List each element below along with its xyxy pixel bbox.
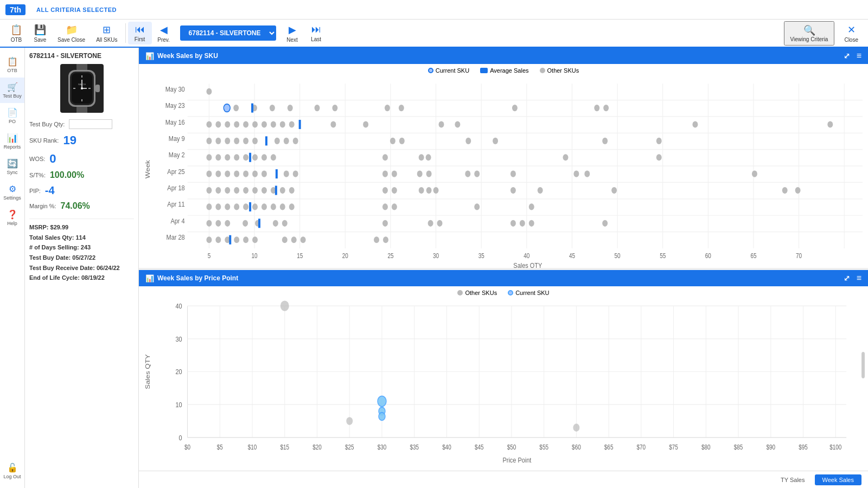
svg-text:Apr 25: Apr 25 — [167, 168, 184, 176]
chart-header-right-2: ⤢ ≡ — [844, 273, 861, 283]
svg-rect-101 — [265, 136, 267, 145]
otb-nav-icon: 📋 — [7, 56, 18, 67]
svg-point-127 — [225, 171, 230, 177]
nav-item-logout[interactable]: 🔓 Log Out — [0, 458, 24, 484]
svg-text:$0: $0 — [184, 444, 190, 451]
svg-point-160 — [433, 187, 439, 194]
save-button[interactable]: 💾 Save — [28, 22, 52, 45]
svg-text:40: 40 — [524, 252, 529, 259]
svg-text:$25: $25 — [345, 444, 354, 451]
svg-point-97 — [225, 138, 230, 144]
svg-point-108 — [493, 138, 498, 144]
nav-item-po[interactable]: 📄 PO — [0, 103, 24, 129]
svg-text:May 9: May 9 — [169, 134, 185, 143]
svg-point-207 — [383, 236, 388, 243]
svg-rect-70 — [251, 104, 253, 113]
svg-text:$55: $55 — [539, 444, 548, 451]
expand-icon-2[interactable]: ⤢ — [844, 274, 850, 282]
svg-text:WATCH: WATCH — [78, 83, 85, 86]
st-value: 100.00% — [50, 170, 84, 180]
chart-header-left-2: 📊 Week Sales by Price Point — [145, 274, 238, 282]
svg-text:30: 30 — [433, 252, 439, 259]
week-sales-sku-title: Week Sales by SKU — [157, 52, 218, 60]
svg-point-95 — [206, 138, 212, 144]
svg-point-139 — [465, 171, 470, 177]
svg-point-113 — [225, 154, 230, 160]
svg-point-151 — [261, 187, 267, 194]
next-icon: ▶ — [289, 24, 296, 36]
watch-image: WATCH — [60, 64, 104, 113]
svg-point-157 — [392, 187, 397, 194]
menu-icon-1[interactable]: ≡ — [857, 51, 861, 61]
svg-text:Apr 11: Apr 11 — [167, 200, 184, 208]
legend-other-skus-label: Other SKUs — [547, 67, 579, 74]
nav-item-sync[interactable]: 🔄 Sync — [0, 154, 24, 179]
svg-point-263 — [346, 418, 353, 426]
svg-point-130 — [252, 171, 258, 177]
svg-point-205 — [301, 236, 306, 243]
last-button[interactable]: ⏭ Last — [304, 22, 328, 44]
svg-point-189 — [382, 220, 388, 227]
svg-point-182 — [215, 220, 221, 227]
svg-rect-117 — [249, 153, 251, 162]
svg-point-184 — [242, 220, 248, 227]
sku-selector[interactable]: 6782114 - SILVERTONE — [180, 25, 276, 41]
svg-point-158 — [419, 187, 424, 194]
svg-point-124 — [656, 154, 662, 160]
app-logo: 7th — [5, 4, 25, 15]
svg-point-267 — [573, 424, 579, 432]
tab-week-sales[interactable]: Week Sales — [815, 474, 862, 485]
svg-point-103 — [284, 138, 289, 144]
svg-point-181 — [206, 220, 212, 227]
legend-other-skus-dot — [540, 68, 545, 73]
svg-text:May 2: May 2 — [169, 151, 185, 159]
svg-point-163 — [611, 187, 617, 194]
expand-icon-1[interactable]: ⤢ — [844, 52, 850, 60]
tab-ty-sales[interactable]: TY Sales — [773, 474, 812, 485]
svg-point-194 — [529, 220, 534, 227]
next-button[interactable]: ▶ Next — [280, 22, 304, 45]
svg-point-170 — [243, 203, 248, 210]
nav-item-settings[interactable]: ⚙ Settings — [0, 179, 24, 205]
svg-point-120 — [382, 154, 388, 160]
svg-point-115 — [243, 154, 248, 160]
test-buy-qty-input[interactable] — [69, 119, 112, 129]
sku-rank-row: SKU Rank: 19 — [29, 133, 134, 147]
prev-button[interactable]: ◀ Prev. — [152, 22, 176, 45]
otb-button[interactable]: 📋 OTB — [4, 22, 28, 45]
nav-item-reports[interactable]: 📊 Reports — [0, 129, 24, 154]
save-close-button[interactable]: 📁 Save Close — [52, 22, 91, 45]
test-buy-qty-row: Test Buy Qty: — [29, 119, 134, 129]
svg-point-92 — [455, 121, 460, 127]
svg-point-79 — [215, 121, 221, 127]
menu-icon-2[interactable]: ≡ — [857, 273, 861, 283]
close-icon: ✕ — [847, 24, 856, 36]
svg-point-123 — [563, 154, 569, 160]
sku-rank-value: 19 — [63, 133, 76, 147]
nav-item-test-buy[interactable]: 🛒 Test Buy — [0, 78, 24, 103]
svg-text:$50: $50 — [507, 444, 516, 451]
nav-item-help[interactable]: ❓ Help — [0, 205, 24, 230]
svg-text:$15: $15 — [280, 444, 290, 451]
svg-point-202 — [252, 236, 258, 243]
svg-text:Week: Week — [144, 159, 151, 178]
svg-point-111 — [206, 154, 212, 160]
svg-text:$80: $80 — [701, 444, 711, 451]
nav-item-otb[interactable]: 📋 OTB — [0, 52, 24, 78]
svg-point-162 — [538, 187, 543, 194]
first-button[interactable]: ⏮ First — [128, 22, 152, 44]
svg-point-102 — [275, 138, 280, 144]
svg-point-175 — [280, 203, 285, 210]
svg-text:5: 5 — [208, 252, 211, 259]
viewing-criteria-button[interactable]: 🔍 Viewing Criteria — [784, 21, 835, 46]
close-button[interactable]: ✕ Close — [839, 22, 864, 45]
legend-current-sku-2: Current SKU — [508, 290, 549, 296]
svg-point-150 — [252, 187, 258, 194]
svg-point-264 — [378, 396, 386, 407]
svg-point-126 — [215, 171, 221, 177]
wos-label: WOS: — [29, 156, 45, 162]
st-label: S/T%: — [29, 172, 46, 178]
legend-current-sku-2-dot — [508, 290, 513, 296]
all-skus-button[interactable]: ⊞ All SKUs — [91, 22, 123, 45]
svg-point-146 — [215, 187, 221, 194]
